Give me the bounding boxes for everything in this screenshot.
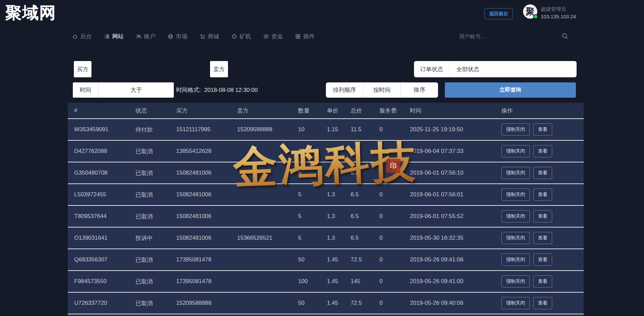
- time-format-label: 时间格式:: [176, 86, 201, 94]
- search-icon[interactable]: [562, 33, 568, 39]
- view-button[interactable]: 查看: [533, 254, 552, 266]
- back-to-front-button[interactable]: 返回前台: [484, 8, 513, 19]
- view-button[interactable]: 查看: [533, 210, 552, 222]
- view-button[interactable]: 查看: [533, 189, 552, 201]
- seller-input[interactable]: [231, 61, 340, 77]
- cell-status: 已取消: [129, 256, 170, 264]
- force-close-button[interactable]: 强制关闭: [501, 297, 530, 309]
- partial-row: [68, 314, 584, 316]
- plugin-icon: [295, 34, 301, 39]
- sort-by-select[interactable]: 按时间: [363, 82, 401, 98]
- col-header-id: #: [68, 107, 129, 114]
- force-close-button[interactable]: 强制关闭: [501, 123, 530, 136]
- cell-actions: 强制关闭 查看: [495, 297, 584, 309]
- cell-price: 1.3: [320, 170, 344, 176]
- time-operator-select[interactable]: 大于: [99, 86, 174, 94]
- nav-item-accounts[interactable]: 账户: [136, 33, 155, 40]
- cell-actions: 强制关闭 查看: [495, 210, 584, 222]
- app-logo: 聚域网: [5, 2, 56, 24]
- nav-item-mall[interactable]: 商城: [200, 33, 219, 40]
- cell-order-id: F984573550: [68, 278, 129, 285]
- cell-price: 1.45: [320, 256, 344, 263]
- table-body: W353459091 待付款 15121117995 15209588888 1…: [68, 119, 584, 314]
- cell-fee: 0: [373, 278, 403, 285]
- table-row: G350480708 已取消 15082481006 5 1.3 6.5 0 2…: [68, 162, 584, 184]
- cell-actions: 强制关闭 查看: [495, 145, 584, 157]
- nav-item-miner[interactable]: 矿机: [231, 33, 251, 40]
- force-close-button[interactable]: 强制关闭: [501, 275, 530, 288]
- avatar[interactable]: 聚: [523, 4, 537, 19]
- view-button[interactable]: 查看: [533, 167, 552, 179]
- cell-total: 11.5: [344, 126, 373, 133]
- cell-status: 已取消: [129, 191, 170, 199]
- user-search: [459, 32, 571, 42]
- col-header-total: 总价: [344, 107, 373, 115]
- cell-buyer: 15082481006: [170, 170, 231, 176]
- order-status-select[interactable]: 全部状态: [450, 65, 577, 73]
- cell-qty: 50: [292, 256, 320, 263]
- globe-icon: [168, 34, 173, 39]
- cell-qty: 5: [292, 191, 320, 198]
- cell-order-id: T809537644: [68, 213, 129, 220]
- cell-seller: 15209588888: [231, 126, 292, 133]
- query-button[interactable]: 立即查询: [445, 82, 576, 98]
- view-button[interactable]: 查看: [533, 275, 552, 288]
- cell-qty: 5: [292, 235, 320, 241]
- force-close-button[interactable]: 强制关闭: [501, 189, 530, 201]
- cell-total: 145: [344, 278, 373, 285]
- cell-buyer: 17395081478: [170, 278, 231, 285]
- nav-label: 插件: [303, 33, 315, 40]
- view-button[interactable]: 查看: [533, 297, 552, 309]
- order-status-group: 订单状态 全部状态: [414, 61, 577, 77]
- nav-label: 网站: [112, 33, 124, 40]
- cell-status: 已取消: [129, 147, 170, 155]
- nav-label: 资金: [271, 33, 283, 40]
- buyer-input[interactable]: [95, 61, 203, 77]
- cell-time: 2025-11-25 19:19:50: [403, 126, 495, 133]
- view-button[interactable]: 查看: [533, 123, 552, 136]
- view-button[interactable]: 查看: [533, 145, 552, 157]
- nav-label: 后台: [80, 33, 92, 40]
- view-button[interactable]: 查看: [533, 232, 552, 244]
- cell-total: 72.5: [344, 300, 373, 307]
- nav-item-market[interactable]: 市场: [168, 33, 187, 40]
- cell-time: 2019-05-30 16:32:35: [403, 235, 495, 241]
- nav-item-plugins[interactable]: 插件: [295, 33, 315, 40]
- search-input[interactable]: [459, 32, 557, 42]
- col-header-price: 单价: [320, 107, 344, 115]
- force-close-button[interactable]: 强制关闭: [501, 232, 530, 244]
- cell-status: 已取消: [129, 213, 170, 220]
- sort-direction-select[interactable]: 降序: [400, 82, 438, 98]
- cell-fee: 0: [373, 300, 403, 307]
- force-close-button[interactable]: 强制关闭: [501, 210, 530, 222]
- cell-order-id: Q683356307: [68, 256, 129, 263]
- cell-fee: 0: [373, 213, 403, 220]
- cell-price: 1.3: [320, 191, 344, 198]
- force-close-button[interactable]: 强制关闭: [501, 254, 530, 266]
- cell-status: 已取消: [129, 169, 170, 177]
- cell-fee: 0: [373, 170, 403, 176]
- time-format-value: 2018-08-08 12:30:00: [204, 87, 258, 94]
- home-icon: [72, 34, 78, 39]
- buyer-label: 买方: [74, 61, 91, 77]
- cell-fee: 0: [373, 256, 403, 263]
- cell-total: 6.5: [344, 191, 373, 198]
- cart-icon: [200, 34, 205, 39]
- cell-price: 1.15: [320, 126, 344, 133]
- force-close-button[interactable]: 强制关闭: [501, 145, 530, 157]
- cell-total: 130: [344, 148, 373, 155]
- sort-group: 排列顺序 按时间 降序: [326, 82, 438, 98]
- cell-time: 2019-06-01 07:56:10: [403, 170, 495, 176]
- force-close-button[interactable]: 强制关闭: [501, 167, 530, 179]
- funds-icon: [263, 34, 269, 39]
- online-status-dot: [533, 14, 538, 19]
- cell-buyer: 15082481006: [170, 213, 231, 220]
- cell-buyer: 13855412628: [170, 148, 231, 155]
- nav-item-backstage[interactable]: 后台: [72, 33, 92, 40]
- col-header-seller: 卖方: [231, 107, 292, 115]
- cell-order-id: U726337720: [68, 300, 129, 307]
- col-header-fee: 服务费: [373, 107, 403, 115]
- nav-item-funds[interactable]: 资金: [263, 33, 283, 40]
- nav-item-website[interactable]: 网站: [104, 33, 124, 40]
- nav-label: 市场: [176, 33, 187, 40]
